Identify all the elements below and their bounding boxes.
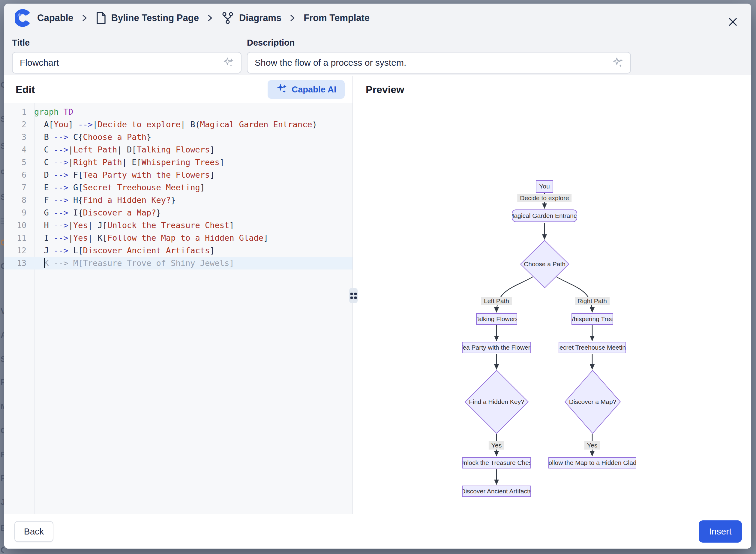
code-line[interactable]: 6 D --> F[Tea Party with the Flowers] [4,169,352,181]
edit-heading: Edit [16,76,35,103]
code-token: Find a Hidden Key? [83,196,171,205]
edit-pane-header: Edit Capable AI [4,76,352,103]
code-line[interactable]: 5 C -->|Right Path| E[Whispering Trees] [4,156,352,169]
document-icon [96,12,107,24]
logo-icon [15,9,33,27]
line-number: 6 [4,169,34,181]
code-line[interactable]: 1graph TD [4,106,352,118]
line-content: K --> M[Treasure Trove of Shiny Jewels] [34,257,352,270]
line-number: 12 [4,244,34,257]
code-token: --> [54,145,68,154]
breadcrumb-item-diagrams[interactable]: Diagrams [221,11,281,24]
code-token: ] [68,120,78,129]
code-line[interactable]: 9 G --> I{Discover a Map?} [4,207,352,219]
code-token: C{ [68,132,83,142]
code-token: | [93,120,98,129]
background-text-fragment: Ar [1,331,4,340]
description-input[interactable] [247,52,631,73]
code-token: --> [78,120,93,129]
code-token: L[ [68,246,83,255]
title-input[interactable] [12,52,241,73]
flow-node-label: Find a Hidden Key? [469,398,524,405]
pane-resize-handle[interactable] [349,288,358,303]
flowchart-preview: YouMagical Garden EntranceChoose a PathT… [354,103,751,514]
edit-pane: Edit Capable AI 1graph TD2 A[You] -->|De… [4,76,353,514]
code-token: --> [54,170,68,179]
diagram-template-modal: CapableByline Testing PageDiagramsFrom T… [4,4,751,549]
code-token: Right Path [73,158,122,167]
background-text-fragment: co [1,167,4,176]
code-token: --> [54,183,68,192]
code-editor[interactable]: 1graph TD2 A[You] -->|Decide to explore|… [4,103,352,514]
code-token: ) [312,120,317,129]
breadcrumb-label: Byline Testing Page [111,13,199,23]
code-line[interactable]: 11 I -->|Yes| K[Follow the Map to a Hidd… [4,232,352,244]
breadcrumb-item-capable[interactable]: Capable [15,9,73,27]
flow-edge-label: Yes [489,441,504,450]
code-token: Magical Garden Entrance [200,120,312,129]
background-text-fragment: SH [1,142,4,151]
preview-heading: Preview [366,76,404,103]
line-content: E --> G[Secret Treehouse Meeting] [34,181,352,194]
code-line[interactable]: 2 A[You] -->|Decide to explore| B(Magica… [4,118,352,131]
diagram-icon [221,11,234,24]
insert-button[interactable]: Insert [699,520,742,543]
capable-ai-button[interactable]: Capable AI [268,80,345,99]
code-line[interactable]: 12 J --> L[Discover Ancient Artifacts] [4,244,352,257]
code-token: K --> M[Treasure Trove of Shiny Jewels] [44,259,234,268]
code-token: | [68,233,73,242]
code-token: --> [54,208,68,217]
flow-edge-label: Right Path [575,297,609,305]
flow-node: Tea Party with the Flowers [462,342,531,353]
code-token: | [68,221,73,230]
breadcrumb-item-from-template[interactable]: From Template [304,13,369,23]
line-content: J --> L[Discover Ancient Artifacts] [34,244,352,257]
background-text-fragment: Co [1,80,4,90]
flow-node: Unlock the Treasure Chest [462,457,531,468]
code-token: Yes [73,221,88,230]
code-token: ] [210,145,215,154]
chevron-right-icon [289,13,296,22]
code-token: } [147,132,151,142]
code-line[interactable]: 8 F --> H{Find a Hidden Key?} [4,194,352,207]
flow-node: Talking Flowers [476,313,517,325]
background-text-fragment: Se [1,193,4,202]
code-token: | J[ [88,221,107,230]
code-token: ] [210,170,215,179]
code-token [58,107,63,116]
flow-edge [497,277,533,312]
line-number: 8 [4,194,34,207]
code-line[interactable]: 3 B --> C{Choose a Path} [4,131,352,144]
code-token: | D[ [117,145,136,154]
sparkle-icon[interactable] [222,56,235,69]
code-line[interactable]: 7 E --> G[Secret Treehouse Meeting] [4,181,352,194]
close-icon[interactable] [726,16,739,28]
flow-node: You [536,180,553,193]
code-token: Secret Treehouse Meeting [83,183,200,192]
flow-node-label: Discover a Map? [569,398,617,405]
code-token: Tea Party with the Flowers [83,170,210,179]
flow-edge-label: Decide to explore [517,194,572,202]
line-number: 11 [4,232,34,244]
line-number: 9 [4,207,34,219]
breadcrumb-item-byline-testing-page[interactable]: Byline Testing Page [96,12,199,24]
code-token: --> [54,246,68,255]
text-cursor [44,258,45,268]
breadcrumb-label: Diagrams [239,13,281,23]
line-content: A[You] -->|Decide to explore| B(Magical … [34,118,352,131]
code-token: Talking Flowers [136,145,210,154]
code-line[interactable]: 13 K --> M[Treasure Trove of Shiny Jewel… [4,257,352,270]
flow-node: Discover Ancient Artifacts [462,486,531,497]
line-content: graph TD [34,106,352,118]
code-token: G [34,208,54,217]
description-field-group: Description [247,38,631,73]
code-line[interactable]: 10 H -->|Yes| J[Unlock the Treasure Ches… [4,219,352,232]
background-text-fragment: Se [1,355,4,364]
sparkle-icon[interactable] [612,56,624,69]
modal-top-section: CapableByline Testing PageDiagramsFrom T… [4,4,751,75]
background-text-fragment: Ju [1,498,4,507]
code-line[interactable]: 4 C -->|Left Path| D[Talking Flowers] [4,144,352,156]
background-text-fragment: Sp [1,115,4,124]
code-token: H [34,221,54,230]
back-button[interactable]: Back [14,521,53,542]
